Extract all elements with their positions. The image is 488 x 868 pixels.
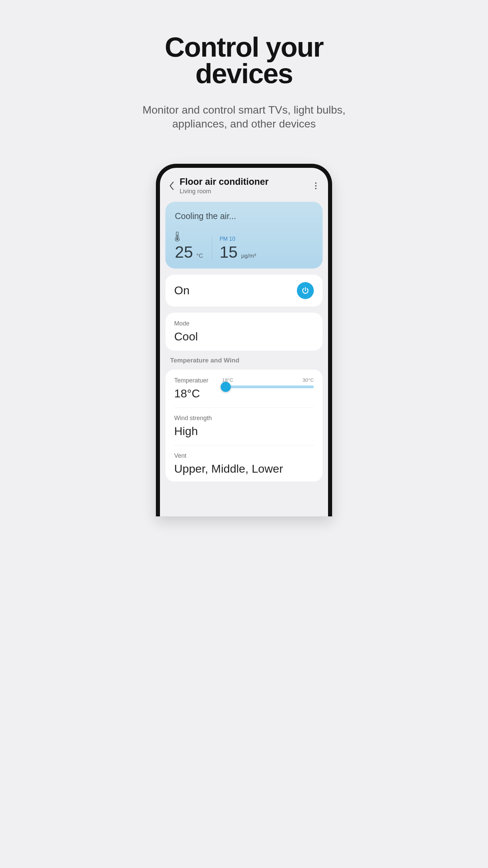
temp-wind-card: Temperatuer 18°C 18°C 30°C Wind <box>165 370 323 481</box>
back-button[interactable] <box>167 179 177 193</box>
slider-thumb[interactable] <box>221 382 231 392</box>
temperature-slider[interactable]: 18°C 30°C <box>222 377 314 388</box>
phone-frame: Floor air conditioner Living room Coolin… <box>156 164 332 516</box>
pm-value: 15 <box>220 243 238 261</box>
svg-point-1 <box>315 185 317 186</box>
current-temp-value: 25 <box>175 243 193 261</box>
wind-value: High <box>174 425 314 438</box>
chevron-left-icon <box>169 181 175 190</box>
mode-label: Mode <box>174 320 314 327</box>
svg-point-0 <box>315 182 317 184</box>
wind-label: Wind strength <box>174 415 314 422</box>
vent-label: Vent <box>174 452 314 459</box>
pm-label: PM 10 <box>220 236 256 242</box>
title-bar: Floor air conditioner Living room <box>165 175 323 198</box>
mode-card[interactable]: Mode Cool <box>165 313 323 351</box>
status-text: Cooling the air... <box>175 211 313 221</box>
device-room: Living room <box>180 188 310 195</box>
device-title: Floor air conditioner <box>180 177 310 187</box>
hero-subtitle: Monitor and control smart TVs, light bul… <box>105 103 383 131</box>
vent-block[interactable]: Vent Upper, Middle, Lower <box>174 446 314 477</box>
power-button[interactable] <box>297 282 314 299</box>
temperature-label: Temperatuer <box>174 377 208 384</box>
more-vertical-icon <box>315 182 317 190</box>
temperature-value: 18°C <box>174 387 208 400</box>
section-temp-wind: Temperature and Wind <box>170 357 321 364</box>
status-card: Cooling the air... 25 °C PM 10 15 μg/m³ <box>165 202 323 269</box>
power-icon <box>301 287 309 295</box>
svg-point-3 <box>176 238 178 240</box>
pm-unit: μg/m³ <box>241 253 256 259</box>
hero-title: Control your devices <box>105 34 383 87</box>
slider-track[interactable] <box>222 386 314 388</box>
thermometer-icon <box>175 231 203 243</box>
hero-title-line2: devices <box>196 58 293 89</box>
mode-value: Cool <box>174 330 314 343</box>
power-card: On <box>165 275 323 307</box>
svg-point-2 <box>315 188 317 189</box>
vent-value: Upper, Middle, Lower <box>174 462 314 475</box>
power-state: On <box>174 284 189 297</box>
more-button[interactable] <box>310 179 321 193</box>
wind-block[interactable]: Wind strength High <box>174 408 314 446</box>
current-temp-unit: °C <box>197 253 203 259</box>
slider-max-label: 30°C <box>302 377 314 383</box>
